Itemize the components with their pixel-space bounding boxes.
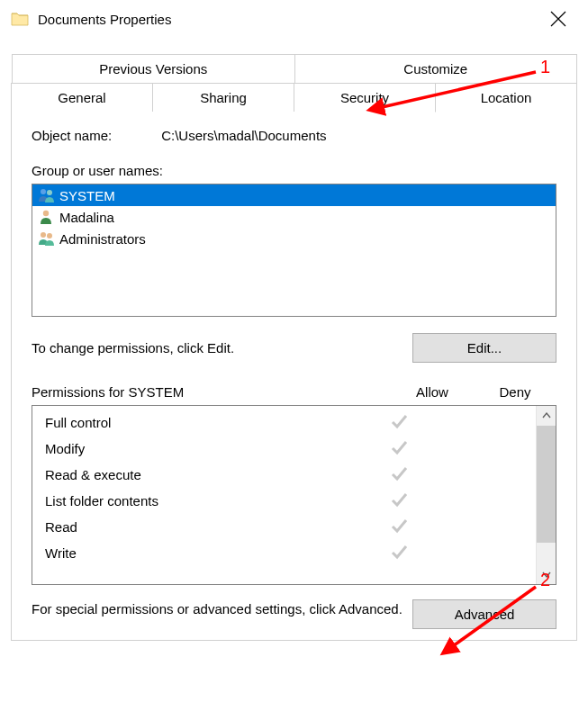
users-icon bbox=[38, 230, 56, 247]
edit-hint-text: To change permissions, click Edit. bbox=[32, 340, 412, 356]
tab-sharing[interactable]: Sharing bbox=[153, 83, 294, 112]
advanced-button[interactable]: Advanced bbox=[412, 599, 556, 629]
svg-point-0 bbox=[41, 189, 46, 194]
check-icon bbox=[390, 548, 408, 563]
permission-row: Write bbox=[32, 540, 536, 566]
group-user-names-label: Group or user names: bbox=[32, 163, 556, 178]
permission-row: Modify bbox=[32, 436, 536, 462]
edit-button[interactable]: Edit... bbox=[412, 333, 556, 363]
list-item[interactable]: Administrators bbox=[32, 228, 556, 249]
permission-row: List folder contents bbox=[32, 488, 536, 514]
scroll-track[interactable] bbox=[537, 543, 556, 564]
allow-column-header: Allow bbox=[391, 384, 474, 400]
users-icon bbox=[38, 187, 56, 203]
object-name-label: Object name: bbox=[32, 128, 158, 143]
principal-name: Administrators bbox=[59, 231, 146, 247]
check-icon bbox=[390, 470, 408, 485]
permission-name: List folder contents bbox=[45, 493, 357, 508]
permissions-listbox: Full control Modify Read & execute List … bbox=[32, 405, 556, 585]
scroll-down-button[interactable] bbox=[537, 564, 556, 584]
tab-previous-versions[interactable]: Previous Versions bbox=[12, 54, 295, 84]
permission-name: Read bbox=[45, 519, 357, 535]
permissions-for-label: Permissions for SYSTEM bbox=[32, 384, 391, 400]
titlebar: Documents Properties bbox=[0, 0, 588, 38]
permission-row: Read & execute bbox=[32, 462, 536, 488]
permission-row: Full control bbox=[32, 410, 536, 436]
svg-point-2 bbox=[43, 211, 49, 216]
tab-strip: Previous Versions Customize General Shar… bbox=[11, 54, 577, 112]
check-icon bbox=[390, 496, 408, 511]
object-name-row: Object name: C:\Users\madal\Documents bbox=[32, 128, 556, 143]
window-title: Documents Properties bbox=[38, 12, 171, 27]
deny-column-header: Deny bbox=[474, 384, 556, 400]
svg-point-4 bbox=[47, 233, 52, 238]
svg-point-1 bbox=[47, 190, 52, 195]
tab-security[interactable]: Security bbox=[294, 83, 436, 112]
list-item[interactable]: Madalina bbox=[32, 206, 556, 228]
user-icon bbox=[38, 209, 56, 225]
permission-name: Write bbox=[45, 545, 357, 561]
check-icon bbox=[390, 522, 408, 537]
permission-name: Full control bbox=[45, 415, 357, 430]
principals-listbox[interactable]: SYSTEM Madalina Administrators bbox=[32, 184, 556, 317]
list-item[interactable]: SYSTEM bbox=[32, 184, 556, 206]
svg-point-3 bbox=[41, 232, 46, 238]
scroll-thumb[interactable] bbox=[537, 426, 556, 543]
scroll-up-button[interactable] bbox=[537, 406, 556, 426]
tab-location[interactable]: Location bbox=[436, 83, 577, 112]
folder-icon bbox=[11, 10, 29, 28]
scrollbar[interactable] bbox=[536, 406, 556, 584]
object-name-value: C:\Users\madal\Documents bbox=[161, 128, 326, 143]
permission-row: Read bbox=[32, 514, 536, 540]
close-button[interactable] bbox=[548, 9, 568, 29]
permission-name: Modify bbox=[45, 441, 357, 456]
check-icon bbox=[390, 444, 408, 459]
check-icon bbox=[390, 418, 408, 433]
permission-name: Read & execute bbox=[45, 467, 357, 482]
tab-customize[interactable]: Customize bbox=[295, 54, 578, 84]
advanced-hint-text: For special permissions or advanced sett… bbox=[32, 599, 412, 618]
tab-general[interactable]: General bbox=[11, 83, 153, 112]
security-tab-panel: Object name: C:\Users\madal\Documents Gr… bbox=[11, 112, 577, 641]
principal-name: SYSTEM bbox=[59, 188, 115, 203]
principal-name: Madalina bbox=[59, 210, 114, 225]
